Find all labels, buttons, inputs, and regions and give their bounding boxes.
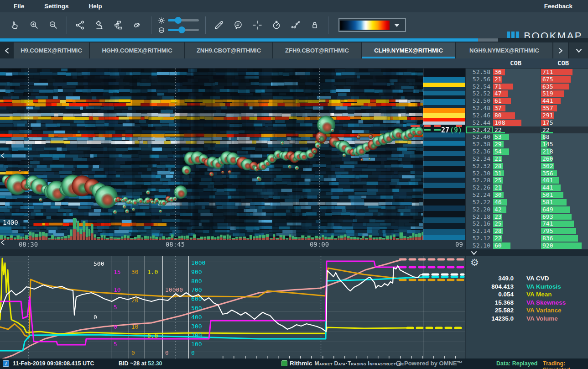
ladder-size-cell[interactable]: 25 bbox=[493, 220, 541, 227]
ladder-cob-cell[interactable]: 145 bbox=[541, 141, 588, 148]
time-scrollbar[interactable] bbox=[0, 38, 588, 42]
tab-znh9-cbot-rithmic[interactable]: ZNH9.CBOT@RITHMIC bbox=[185, 42, 273, 58]
tabs-list-button[interactable] bbox=[569, 42, 588, 58]
time-scrollbar-thumb[interactable] bbox=[478, 38, 498, 42]
ladder-cob-cell[interactable]: 175 bbox=[541, 119, 588, 127]
ladder-cob-cell[interactable]: 649 bbox=[541, 206, 588, 213]
ladder-row[interactable]: 52.4837357 bbox=[466, 105, 588, 112]
ladder-cob-cell[interactable]: 260 bbox=[541, 155, 588, 163]
ladder-cob-cell[interactable]: 693 bbox=[541, 213, 588, 221]
ladder-size-cell[interactable]: 42 bbox=[493, 206, 541, 213]
ladder-row[interactable]: 52.3228302 bbox=[466, 163, 588, 170]
ladder-size-cell[interactable]: 46 bbox=[493, 199, 541, 206]
ladder-cob-cell[interactable]: 356 bbox=[541, 170, 588, 177]
ladder-row[interactable]: 52.2621441 bbox=[466, 184, 588, 191]
ladder-row[interactable]: 52.4680291 bbox=[466, 112, 588, 119]
ladder-row[interactable]: 52.3829145 bbox=[466, 141, 588, 148]
ladder-size-cell[interactable]: 25 bbox=[493, 177, 541, 184]
ladder-size-cell[interactable]: 28 bbox=[493, 163, 541, 170]
heatmap-chart[interactable] bbox=[0, 69, 465, 249]
menu-feedback[interactable]: Feedback bbox=[544, 3, 588, 10]
menu-settings[interactable]: Settings bbox=[44, 3, 68, 10]
menu-file[interactable]: File bbox=[14, 3, 24, 10]
ladder-row[interactable]: 52.2246581 bbox=[466, 199, 588, 206]
colormap-select[interactable] bbox=[338, 18, 406, 32]
ladder-cob-cell[interactable]: 519 bbox=[541, 90, 588, 97]
ladder-row[interactable]: 52.405388 bbox=[466, 133, 588, 141]
ladder-row[interactable]: 52.1060920 bbox=[466, 242, 588, 249]
lock-button[interactable] bbox=[307, 16, 323, 34]
ladder-cob-cell[interactable]: 88 bbox=[541, 133, 588, 141]
ladder-cob-cell[interactable]: 302 bbox=[541, 163, 588, 170]
info-icon[interactable]: i bbox=[3, 360, 9, 367]
ladder-size-cell[interactable]: 60 bbox=[493, 242, 541, 249]
ladder-cob-cell[interactable]: 291 bbox=[541, 112, 588, 119]
ladder-cob-cell[interactable]: 22 bbox=[541, 127, 588, 134]
ladder-cob-cell[interactable]: 441 bbox=[541, 97, 588, 105]
brightness-slider[interactable] bbox=[168, 19, 199, 21]
draw-button[interactable] bbox=[211, 16, 227, 34]
ladder-row[interactable]: 52.1625741 bbox=[466, 220, 588, 227]
ladder-size-cell[interactable]: 30 bbox=[493, 191, 541, 199]
ladder-cob-cell[interactable]: 795 bbox=[541, 227, 588, 235]
tabs-scroll-right-button[interactable] bbox=[553, 42, 569, 58]
zoom-in-button[interactable] bbox=[26, 16, 42, 34]
ladder-row[interactable]: 52.5836711 bbox=[466, 69, 588, 76]
ladder-row[interactable]: 52.3654218 bbox=[466, 148, 588, 155]
brightness-knob[interactable] bbox=[175, 17, 182, 24]
ladder-size-cell[interactable]: 31 bbox=[493, 170, 541, 177]
ladder-cob-cell[interactable]: 675 bbox=[541, 76, 588, 83]
ladder-row[interactable]: 52.5621675 bbox=[466, 76, 588, 83]
ladder-size-cell[interactable]: 28 bbox=[493, 227, 541, 235]
tab-ngh9-nymex-rithmic[interactable]: NGH9.NYMEX@RITHMIC bbox=[456, 42, 553, 58]
crosshair-button[interactable] bbox=[250, 16, 265, 34]
ladder-row[interactable]: 52.422222 bbox=[466, 127, 588, 134]
ladder-size-cell[interactable]: 21 bbox=[493, 76, 541, 83]
ladder-size-cell[interactable]: 54 bbox=[493, 148, 541, 155]
ladder-cob-cell[interactable]: 741 bbox=[541, 220, 588, 227]
ladder-row[interactable]: 52.2825401 bbox=[466, 177, 588, 184]
ladder-size-cell[interactable]: 37 bbox=[493, 105, 541, 112]
ladder-cob-cell[interactable]: 401 bbox=[541, 177, 588, 184]
ladder-cob-cell[interactable]: 920 bbox=[541, 242, 588, 249]
tab-h9-comex-rithmic[interactable]: H9.COMEX@RITHMIC bbox=[14, 42, 90, 58]
zoom-out-button[interactable] bbox=[46, 16, 61, 34]
ladder-cob-cell[interactable]: 357 bbox=[541, 105, 588, 112]
contrast-slider[interactable] bbox=[168, 29, 199, 31]
ladder-size-cell[interactable]: 61 bbox=[493, 97, 541, 105]
ladder-cob-cell[interactable]: 711 bbox=[541, 69, 588, 76]
ladder-row[interactable]: 52.2430501 bbox=[466, 191, 588, 199]
ladder-cob-cell[interactable]: 501 bbox=[541, 191, 588, 199]
ladder-row[interactable]: 52.5247519 bbox=[466, 90, 588, 97]
ladder-size-cell[interactable]: 108 bbox=[493, 119, 541, 127]
tab-hgh9-comex-rithmic[interactable]: HGH9.COMEX@RITHMIC bbox=[90, 42, 185, 58]
timer-button[interactable] bbox=[269, 16, 284, 34]
ladder-size-cell[interactable]: 21 bbox=[493, 155, 541, 163]
hand-tool-button[interactable] bbox=[7, 16, 23, 34]
share-button[interactable] bbox=[73, 16, 88, 34]
ladder-row[interactable]: 52.2042649 bbox=[466, 206, 588, 213]
gear-icon[interactable]: ⚙ bbox=[470, 257, 479, 268]
ladder-size-cell[interactable]: 23 bbox=[493, 213, 541, 221]
ladder-row[interactable]: 52.5061441 bbox=[466, 97, 588, 105]
ladder-cob-cell[interactable]: 836 bbox=[541, 235, 588, 242]
ladder-size-cell[interactable]: 22 bbox=[493, 127, 541, 134]
contrast-knob[interactable] bbox=[178, 26, 185, 33]
ladder-row[interactable]: 52.5471635 bbox=[466, 83, 588, 90]
ladder-row[interactable]: 52.1222836 bbox=[466, 235, 588, 242]
ladder-row[interactable]: 52.1428795 bbox=[466, 227, 588, 235]
tab-clh9-nymex-rithmic[interactable]: CLH9.NYMEX@RITHMIC bbox=[362, 42, 456, 58]
ladder-size-cell[interactable]: 53 bbox=[493, 133, 541, 141]
ladder-cob-cell[interactable]: 581 bbox=[541, 199, 588, 206]
ladder-size-cell[interactable]: 29 bbox=[493, 141, 541, 148]
ladder-row[interactable]: 52.3421260 bbox=[466, 155, 588, 163]
ladder-cob-cell[interactable]: 441 bbox=[541, 184, 588, 191]
ladder-cob-cell[interactable]: 218 bbox=[541, 148, 588, 155]
ladder-row[interactable]: 52.1823693 bbox=[466, 213, 588, 221]
ladder-row[interactable]: 52.3031356 bbox=[466, 170, 588, 177]
indicator-chart[interactable] bbox=[0, 256, 465, 358]
anomaly-button[interactable] bbox=[288, 16, 303, 34]
ladder-size-cell[interactable]: 47 bbox=[493, 90, 541, 97]
ladder-size-cell[interactable]: 36 bbox=[493, 69, 541, 76]
time-scrollbar-loaded[interactable] bbox=[0, 38, 478, 42]
